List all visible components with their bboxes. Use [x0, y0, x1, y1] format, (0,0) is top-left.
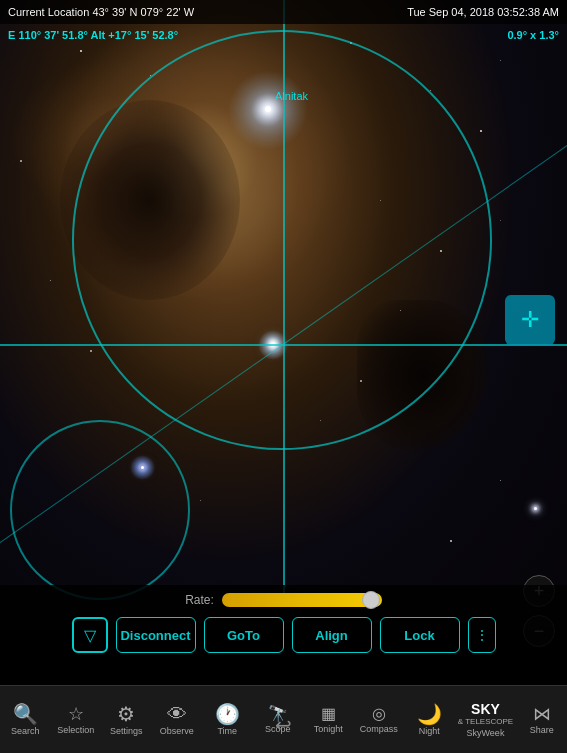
coords-right: 0.9° x 1.3° — [507, 29, 559, 41]
control-buttons-row: ▽ Disconnect GoTo Align Lock ⋮ — [0, 611, 567, 659]
align-button[interactable]: Align — [292, 617, 372, 653]
star-label: Alnitak — [275, 90, 308, 102]
nav-selection-label: Selection — [57, 725, 94, 735]
nav-search[interactable]: 🔍 Search — [3, 704, 47, 736]
nav-share-label: Share — [530, 725, 554, 735]
move-control[interactable]: ✛ — [505, 295, 555, 345]
share-icon: ⋈ — [533, 705, 551, 723]
top-bar: Current Location 43° 39' N 079° 22' W Tu… — [0, 0, 567, 24]
nav-share[interactable]: ⋈ Share — [520, 705, 564, 735]
back-button[interactable]: ↩ — [275, 713, 292, 737]
selection-icon: ☆ — [68, 705, 84, 723]
time-icon: 🕐 — [215, 704, 240, 724]
nav-settings-label: Settings — [110, 726, 143, 736]
night-icon: 🌙 — [417, 704, 442, 724]
nav-skyweek[interactable]: SKY & TELESCOPE SkyWeek — [458, 702, 513, 738]
settings-icon: ⚙ — [117, 704, 135, 724]
bottom-controls: Rate: ▽ Disconnect GoTo Align Lock ⋮ — [0, 585, 567, 685]
move-arrows-icon: ✛ — [521, 307, 539, 333]
rate-slider[interactable] — [222, 593, 382, 607]
disconnect-button[interactable]: Disconnect — [116, 617, 196, 653]
nav-observe[interactable]: 👁 Observe — [155, 704, 199, 736]
rate-row: Rate: — [0, 585, 567, 611]
rate-slider-thumb[interactable] — [362, 591, 380, 609]
sky-view[interactable]: Alnitak — [0, 0, 567, 630]
more-button[interactable]: ⋮ — [468, 617, 496, 653]
nav-time-label: Time — [217, 726, 237, 736]
datetime-text: Tue Sep 04, 2018 03:52:38 AM — [407, 6, 559, 18]
skyweek-brand-sky: SKY — [471, 702, 500, 716]
rate-label: Rate: — [185, 593, 214, 607]
coords-left: E 110° 37' 51.8° Alt +17° 15' 52.8° — [8, 29, 178, 41]
nav-search-label: Search — [11, 726, 40, 736]
goto-button[interactable]: GoTo — [204, 617, 284, 653]
nav-compass[interactable]: ◎ Compass — [357, 706, 401, 734]
nav-tonight-label: Tonight — [314, 724, 343, 734]
location-text: Current Location 43° 39' N 079° 22' W — [8, 6, 194, 18]
nav-tonight[interactable]: ▦ Tonight — [306, 706, 350, 734]
nav-observe-label: Observe — [160, 726, 194, 736]
tonight-icon: ▦ — [321, 706, 336, 722]
nav-time[interactable]: 🕐 Time — [205, 704, 249, 736]
collapse-button[interactable]: ▽ — [72, 617, 108, 653]
nav-selection[interactable]: ☆ Selection — [54, 705, 98, 735]
lock-button[interactable]: Lock — [380, 617, 460, 653]
nav-skyweek-label: SkyWeek — [467, 728, 505, 738]
chevron-down-icon: ▽ — [84, 626, 96, 645]
coords-bar: E 110° 37' 51.8° Alt +17° 15' 52.8° 0.9°… — [0, 24, 567, 46]
observe-icon: 👁 — [167, 704, 187, 724]
skyweek-brand-telescope: & TELESCOPE — [458, 718, 513, 726]
search-icon: 🔍 — [13, 704, 38, 724]
more-icon: ⋮ — [475, 627, 489, 643]
nav-compass-label: Compass — [360, 724, 398, 734]
compass-icon: ◎ — [372, 706, 386, 722]
nav-night-label: Night — [419, 726, 440, 736]
nav-settings[interactable]: ⚙ Settings — [104, 704, 148, 736]
nav-night[interactable]: 🌙 Night — [407, 704, 451, 736]
back-icon: ↩ — [275, 714, 292, 736]
